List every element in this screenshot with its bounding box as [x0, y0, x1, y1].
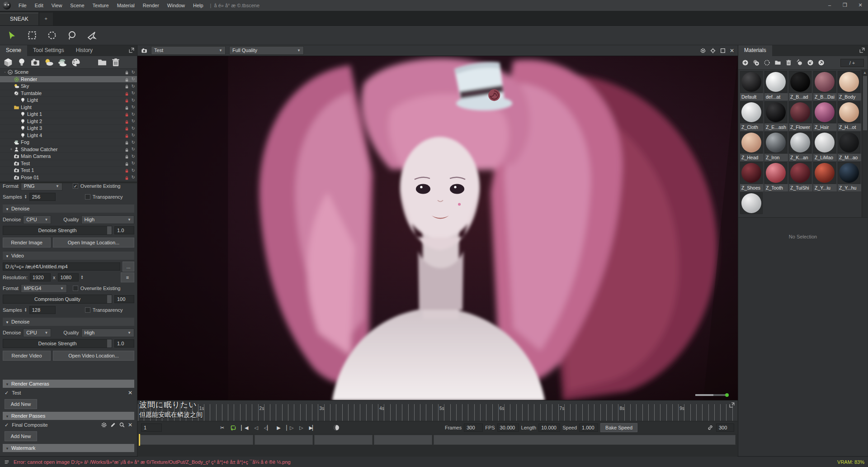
sync-icon[interactable]: ↻	[132, 161, 135, 166]
export-icon[interactable]	[818, 59, 825, 66]
tree-item-fog[interactable]: Fog↻	[0, 139, 137, 146]
open-video-location-button[interactable]: Open Video Location...	[53, 351, 134, 361]
viewport-close-icon[interactable]: ✕	[730, 48, 734, 54]
image-quality-dropdown[interactable]: High▼	[81, 215, 134, 224]
material-z-shoes[interactable]: Z_Shoes	[740, 162, 764, 191]
material-thumbnail[interactable]	[789, 132, 811, 153]
menu-scene[interactable]: Scene	[66, 0, 88, 11]
speed-field[interactable]: 1.000	[579, 424, 598, 432]
instance-material-icon[interactable]	[753, 59, 760, 66]
bake-speed-button[interactable]: Bake Speed	[600, 423, 637, 432]
folder-icon[interactable]	[97, 57, 108, 67]
video-transparency-checkbox[interactable]	[85, 307, 90, 313]
material-thumbnail[interactable]	[789, 101, 811, 123]
material-thumbnail[interactable]	[740, 101, 763, 123]
fps-field[interactable]: 30.000	[497, 424, 519, 432]
tree-item-light-2[interactable]: Light 2↻	[0, 118, 137, 125]
materials-expand-icon[interactable]	[859, 47, 865, 53]
image-transparency-checkbox[interactable]	[85, 194, 90, 200]
tree-item-shadow-catcher[interactable]: +Shadow Catcher↻	[0, 146, 137, 153]
tree-item-test-1[interactable]: Test 1↻	[0, 167, 137, 174]
panel-expand-icon[interactable]	[128, 47, 135, 53]
playhead-marker[interactable]	[139, 434, 140, 446]
polygon-lasso-tool-icon[interactable]	[85, 29, 99, 42]
tree-expander[interactable]: -	[3, 70, 7, 74]
track-segment[interactable]	[374, 435, 432, 445]
menu-material[interactable]: Material	[113, 0, 139, 11]
track-segment[interactable]	[255, 435, 313, 445]
compression-quality-slider[interactable]: Compression Quality	[3, 295, 112, 304]
add-material-icon[interactable]	[742, 59, 749, 66]
material-z-iron[interactable]: Z_Iron	[764, 132, 788, 161]
lock-icon[interactable]	[124, 70, 129, 75]
folder-icon[interactable]	[774, 59, 781, 66]
add-camera-button[interactable]: Add New	[5, 399, 37, 409]
material-z-tooth[interactable]: Z_Tooth	[764, 162, 788, 191]
lock-icon[interactable]	[124, 76, 129, 81]
lock-icon[interactable]	[124, 161, 129, 166]
motion-blur-sphere-icon[interactable]	[331, 424, 341, 431]
material-unnamed[interactable]	[740, 192, 764, 214]
tab-materials[interactable]: Materials	[738, 45, 772, 56]
lock-icon[interactable]	[124, 98, 129, 103]
material-z-cloth[interactable]: Z_Cloth	[740, 101, 764, 131]
lock-icon[interactable]	[124, 133, 129, 138]
resolution-preset-button[interactable]: ≡	[121, 272, 134, 282]
lock-icon[interactable]	[124, 154, 129, 159]
material-z-body[interactable]: Z_Body	[838, 71, 861, 100]
skip-end-button[interactable]: ▶▏	[307, 423, 317, 432]
frames-field[interactable]: 300	[464, 424, 483, 432]
camera-check-icon[interactable]: ✓	[5, 390, 9, 396]
menu-edit[interactable]: Edit	[31, 0, 47, 11]
lock-icon[interactable]	[124, 84, 129, 89]
new-tab-button[interactable]: +	[39, 13, 53, 25]
add-fog-icon[interactable]	[57, 57, 68, 67]
material-thumbnail[interactable]	[789, 162, 811, 184]
sync-icon[interactable]: ↻	[132, 147, 135, 152]
cut-scissors-icon[interactable]: ✂	[217, 423, 227, 432]
samples-stepper[interactable]: ▲▼	[24, 195, 27, 199]
image-format-dropdown[interactable]: PNG▼	[21, 182, 62, 191]
material-z-b-ad[interactable]: Z_B...ad	[789, 71, 812, 100]
sync-icon[interactable]: ↻	[132, 76, 135, 81]
material-thumbnail[interactable]	[764, 162, 787, 184]
material-thumbnail[interactable]	[740, 162, 763, 184]
viewport-frame-square-icon[interactable]	[720, 48, 726, 54]
add-light-icon[interactable]	[16, 57, 27, 67]
material-thumbnail[interactable]	[813, 101, 836, 123]
material-z-flower[interactable]: Z_Flower	[789, 101, 812, 131]
tree-item-render[interactable]: Render↻	[0, 76, 137, 83]
pass-check-icon[interactable]: ✓	[5, 422, 9, 428]
track-segment[interactable]	[139, 435, 253, 445]
material-thumbnail[interactable]	[838, 132, 860, 153]
menu-texture[interactable]: Texture	[89, 0, 113, 11]
material-thumbnail[interactable]	[740, 132, 763, 153]
material-default[interactable]: Default	[740, 71, 764, 100]
current-frame-field[interactable]: 1	[141, 424, 162, 432]
export-cube-icon[interactable]	[796, 59, 803, 66]
next-key-button[interactable]: ▷	[296, 423, 306, 432]
tree-item-sky[interactable]: Sky↻	[0, 83, 137, 90]
material-thumbnail[interactable]	[764, 132, 787, 153]
play-button[interactable]: ▶	[274, 423, 283, 432]
resolution-stepper[interactable]: ▲▼	[81, 275, 84, 280]
video-samples-stepper[interactable]: ▲▼	[24, 308, 27, 312]
sync-icon[interactable]: ↻	[132, 133, 135, 138]
material-z-y-iu[interactable]: Z_Y...iu	[813, 162, 837, 191]
sync-icon[interactable]: ↻	[132, 126, 135, 131]
material-z-h-ot[interactable]: Z_H...ot	[838, 101, 861, 131]
tree-item-light-4[interactable]: Light 4↻	[0, 132, 137, 139]
video-quality-dropdown[interactable]: High▼	[81, 329, 134, 337]
menu-render[interactable]: Render	[139, 0, 163, 11]
play-reverse-button[interactable]: ◁	[251, 423, 261, 432]
ellipse-select-tool-icon[interactable]	[45, 29, 59, 42]
video-denoise-device-dropdown[interactable]: CPU▼	[23, 329, 51, 337]
render-passes-header[interactable]: ▼Render Passes	[3, 412, 134, 420]
material-def-at[interactable]: def...at	[764, 71, 788, 100]
tree-item-light[interactable]: Light↻	[0, 104, 137, 111]
add-mesh-icon[interactable]	[3, 57, 14, 67]
lock-icon[interactable]	[124, 147, 129, 152]
compression-quality-field[interactable]: 100	[114, 295, 134, 303]
material-z-hair[interactable]: Z_Hair	[813, 101, 837, 131]
tree-item-pose-01[interactable]: Pose 01↻	[0, 174, 137, 181]
